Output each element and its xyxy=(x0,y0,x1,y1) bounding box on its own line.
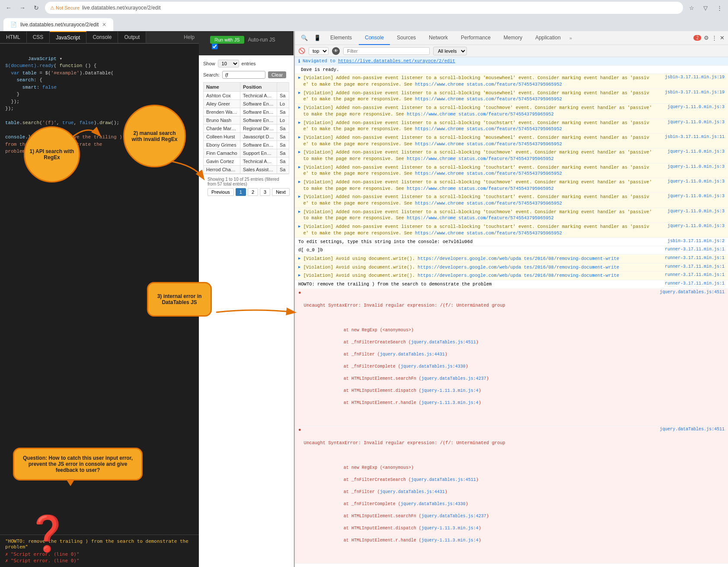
violation-expand-1[interactable]: ▶ xyxy=(298,75,300,80)
devtools-menu-button[interactable]: ⋮ xyxy=(712,35,717,41)
cell-position: Software Engineer xyxy=(240,108,277,116)
forward-button[interactable]: → xyxy=(17,3,28,13)
violation-expand-3[interactable]: ▶ xyxy=(298,105,300,110)
devtools-tab-elements[interactable]: Elements xyxy=(324,31,358,45)
editor-panel: HTML CSS JavaScript Console Output Help … xyxy=(0,31,199,567)
next-page-button[interactable]: Next xyxy=(272,188,290,196)
devtools-tab-application[interactable]: Application xyxy=(529,31,567,45)
menu-button[interactable]: ⋮ xyxy=(714,3,725,13)
devtools-device-button[interactable]: 📱 xyxy=(311,35,323,41)
main-area: HTML CSS JavaScript Console Output Help … xyxy=(0,31,728,567)
previous-page-button[interactable]: Previous xyxy=(208,188,234,196)
tab-favicon: 📄 xyxy=(10,22,17,28)
violation-expand-7[interactable]: ▶ xyxy=(298,165,300,170)
error-2-content: Uncaught SyntaxError: Invalid regular ex… xyxy=(304,427,653,562)
col-position[interactable]: Position xyxy=(240,83,277,92)
docwrite-expand-3[interactable]: ▶ xyxy=(298,273,300,278)
console-prompt-icon: ▷ xyxy=(298,565,301,567)
cell-position: Technical Author xyxy=(240,92,277,100)
search-input[interactable] xyxy=(222,71,265,79)
violation-expand-9[interactable]: ▶ xyxy=(298,194,300,199)
devtools-tab-memory[interactable]: Memory xyxy=(498,31,528,45)
tab-close-icon[interactable]: ✕ xyxy=(102,22,106,28)
tab-console[interactable]: Console xyxy=(86,32,118,43)
violation-text-4: [Violation] Added non-passive event list… xyxy=(303,120,653,132)
violation-source-3: jquery-1.11.0.min.js:3 xyxy=(655,105,725,109)
devtools-tab-network[interactable]: Network xyxy=(423,31,454,45)
autorun-checkbox[interactable] xyxy=(212,44,217,49)
violation-source-10: jquery-1.11.0.min.js:3 xyxy=(655,209,725,214)
output-tab-run[interactable]: Run with JS Auto-run JS xyxy=(204,34,288,53)
browser-tab[interactable]: 📄 live.datatables.net/xurayoce/2/edit ✕ xyxy=(3,18,113,31)
console-violation-9: ▶ [Violation] Added non-passive event li… xyxy=(295,193,728,208)
violation-text-9: [Violation] Added non-passive event list… xyxy=(303,194,653,206)
address-bar[interactable]: ⚠ Not Secure live.datatables.net/xurayoc… xyxy=(45,2,683,14)
tab-output[interactable]: Output xyxy=(118,32,146,43)
docwrite-expand-1[interactable]: ▶ xyxy=(298,256,300,261)
reload-button[interactable]: ↻ xyxy=(31,3,42,13)
violation-expand-10[interactable]: ▶ xyxy=(298,209,300,214)
console-violation-6: ▶ [Violation] Added non-passive event li… xyxy=(295,148,728,163)
clear-button[interactable]: Clear xyxy=(268,71,286,78)
violation-source-11: jquery-1.11.0.min.js:3 xyxy=(655,224,725,228)
tab-javascript[interactable]: JavaScript xyxy=(50,31,86,43)
tab-html[interactable]: HTML xyxy=(0,32,27,43)
page-1-button[interactable]: 1 xyxy=(236,188,246,196)
violation-expand-5[interactable]: ▶ xyxy=(298,135,300,140)
help-button[interactable]: Help xyxy=(179,32,199,42)
page-2-button[interactable]: 2 xyxy=(248,188,258,196)
cell-extra: Lo xyxy=(277,116,289,125)
docwrite-text-3: [Violation] Avoid using document.write()… xyxy=(303,272,653,279)
extensions-button[interactable]: ▽ xyxy=(700,3,711,13)
cell-position: Javascript Developer xyxy=(240,133,277,141)
cell-position: Sales Assistant xyxy=(240,166,277,174)
console-dave: Dave is ready. xyxy=(295,66,728,74)
violation-expand-6[interactable]: ▶ xyxy=(298,150,300,154)
show-select[interactable]: 10 25 50 100 xyxy=(218,60,239,67)
console-filter-input[interactable] xyxy=(343,47,430,55)
col-name[interactable]: Name xyxy=(204,83,240,92)
log-level-select[interactable]: All levels xyxy=(433,47,467,55)
col-extra[interactable] xyxy=(277,83,289,92)
devtools-settings-button[interactable]: ⚙ xyxy=(704,35,709,41)
page-3-button[interactable]: 3 xyxy=(260,188,270,196)
violation-expand-11[interactable]: ▶ xyxy=(298,224,300,229)
violation-expand-8[interactable]: ▶ xyxy=(298,179,300,184)
cell-name: Colleen Hurst xyxy=(204,133,240,141)
console-edit-settings: To edit settings, type this string into … xyxy=(295,238,728,247)
console-no-entry-icon[interactable]: 🚫 xyxy=(298,48,305,54)
eye-icon[interactable]: 👁 xyxy=(332,47,340,55)
devtools-inspect-button[interactable]: 🔍 xyxy=(298,35,310,41)
code-editor[interactable]: JavaScript ▾ $(document).ready( function… xyxy=(0,44,199,535)
devtools-console-content: ℹ Navigated to https://live.datatables.n… xyxy=(295,57,728,567)
devtools-more-tabs[interactable]: » xyxy=(568,35,574,41)
cell-position: Software Engineer xyxy=(240,100,277,108)
context-selector[interactable]: top xyxy=(309,47,329,55)
tab-bar: 📄 live.datatables.net/xurayoce/2/edit ✕ xyxy=(0,16,728,31)
devtools-close-button[interactable]: ✕ xyxy=(720,35,725,41)
devtools-tab-sources[interactable]: Sources xyxy=(391,31,422,45)
docwrite-expand-2[interactable]: ▶ xyxy=(298,265,300,269)
table-row: Gavin CortezTechnical AuthorSa xyxy=(204,157,289,166)
error-2-stack: at new RegExp (<anonymous>) at _fnFilter… xyxy=(304,459,653,550)
tab-css[interactable]: CSS xyxy=(27,32,50,43)
cell-position: Technical Author xyxy=(240,157,277,166)
d-output-text: d[ o_0 ]b xyxy=(298,247,653,253)
console-navigated: ℹ Navigated to https://live.datatables.n… xyxy=(295,57,728,66)
violation-text-7: [Violation] Added non-passive event list… xyxy=(303,164,653,177)
violation-expand-2[interactable]: ▶ xyxy=(298,90,300,95)
bookmark-button[interactable]: ☆ xyxy=(686,3,697,13)
error-1-stack: at new RegExp (<anonymous>) at _fnFilter… xyxy=(304,321,653,412)
run-with-js-button[interactable]: Run with JS xyxy=(210,36,244,44)
devtools-tab-console[interactable]: Console xyxy=(359,31,390,45)
violation-text-11: [Violation] Added non-passive event list… xyxy=(303,224,653,236)
violation-source-7: jquery-1.11.0.min.js:3 xyxy=(655,164,725,169)
violation-expand-4[interactable]: ▶ xyxy=(298,120,300,125)
dave-text: Dave is ready. xyxy=(301,67,653,73)
search-label: Search: xyxy=(203,72,220,77)
console-prompt-input[interactable] xyxy=(304,565,725,567)
violation-source-1: jsbin-3.17.11.min.js:19 xyxy=(655,75,725,80)
back-button[interactable]: ← xyxy=(3,3,14,13)
entries-label: entries xyxy=(242,61,256,66)
devtools-tab-performance[interactable]: Performance xyxy=(455,31,497,45)
